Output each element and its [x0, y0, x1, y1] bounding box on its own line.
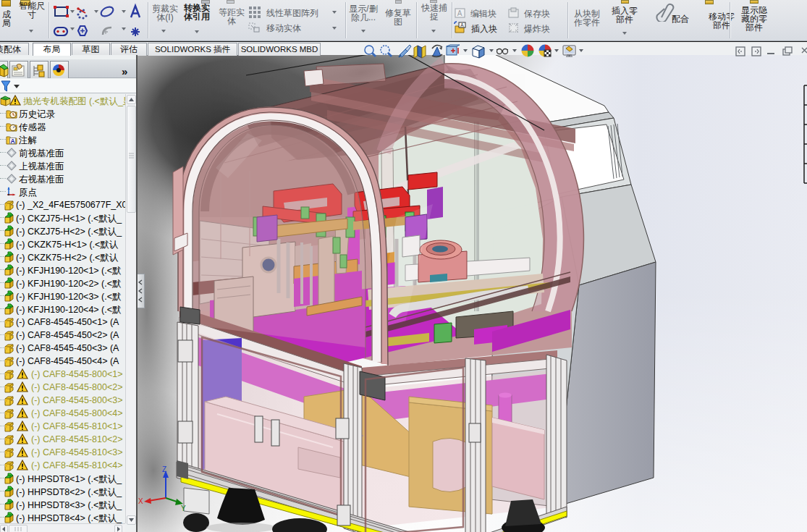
svg-text:Y: Y	[181, 504, 186, 512]
svg-text:A: A	[460, 22, 464, 28]
svg-text:A: A	[457, 9, 462, 17]
svg-text:Z: Z	[162, 465, 166, 473]
svg-text:X: X	[138, 497, 143, 505]
